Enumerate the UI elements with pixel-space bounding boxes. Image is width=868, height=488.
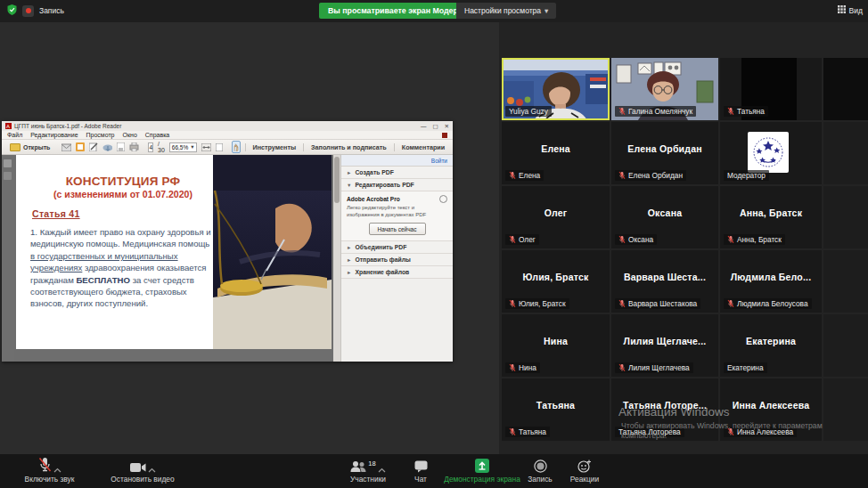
attachments-icon[interactable] [4,172,12,180]
open-button[interactable]: Открыть [7,142,53,152]
participant-label: Лилия Щеглачева [615,362,693,374]
tab-fill-sign[interactable]: Заполнить и подписать [303,143,394,151]
reactions-button[interactable]: Реакции [565,456,604,486]
participant-label: Татьяна [505,427,550,438]
participant-tile[interactable]: Нина Нина [502,314,610,377]
view-button[interactable]: Вид [838,5,863,15]
partial-tile [823,378,868,441]
participant-tile[interactable]: Олег Олег [502,186,610,248]
chat-button[interactable]: Чат [403,456,438,486]
camera-icon [130,462,146,473]
participant-tile[interactable]: Елена Орбидан Елена Орбидан [611,122,718,184]
triangle-down-icon: ▼ [347,183,351,188]
file-storage-section[interactable]: ►Хранение файлов [341,266,453,279]
convert-icon[interactable] [76,142,85,152]
participant-tile[interactable]: Юлия, Братск Юлия, Братск [502,250,610,313]
triangle-right-icon: ► [347,257,351,263]
close-button[interactable]: ✕ [445,123,449,130]
participant-name: Татьяна Лоторе... [611,400,718,411]
print-icon[interactable] [129,142,139,152]
participant-name: Елена Орбидан [611,143,718,154]
participant-name: Екатерина [720,336,822,346]
muted-mic-icon [727,299,734,308]
page-thumbnails-icon[interactable] [4,159,12,167]
chevron-up-icon[interactable] [148,468,156,473]
sign-icon[interactable] [89,142,98,152]
slide-paragraph: 1. Каждый имеет право на охрану здоровья… [30,226,213,310]
fit-width-icon[interactable] [201,142,211,152]
encryption-shield-icon[interactable] [7,4,17,17]
page-total-label: / 30 [158,141,165,153]
participant-tile[interactable]: Варвара Шеста... Варвара Шестакова [611,250,718,313]
vertical-scrollbar[interactable] [333,155,340,362]
partial-tile [823,58,868,120]
view-settings-button[interactable]: Настройки просмотра▾ [456,3,556,19]
unmute-button[interactable]: Включить звук [7,456,92,486]
zoom-level-control[interactable]: 66,5%▾ [169,142,197,152]
page-number-input[interactable]: 4 [148,142,153,152]
hand-tool-button[interactable] [232,141,241,153]
participant-tile[interactable]: Галина Омелянчук [611,58,718,120]
start-now-button[interactable]: Начать сейчас [369,223,426,235]
merge-pdf-section[interactable]: ►Объединить PDF [341,241,453,254]
participant-tile[interactable]: Елена Елена [502,122,610,184]
triangle-right-icon: ► [347,245,351,250]
cloud-download-icon[interactable] [102,142,112,152]
participant-tile[interactable]: Лилия Щеглаче... Лилия Щеглачева [611,314,718,377]
send-file-icon[interactable] [61,142,71,152]
sign-in-link[interactable]: Войти [341,155,453,167]
participant-name: Оксана [611,207,718,218]
save-icon[interactable] [117,142,125,152]
chat-icon [414,460,428,473]
scrollbar-thumb[interactable] [334,157,340,203]
share-screen-button[interactable]: Демонстрация экрана [442,456,522,486]
participant-name: Людмила Бело... [720,272,822,282]
participant-tile[interactable]: Инна Алексеева Инна Алексеева [720,378,822,441]
participant-tile[interactable]: Yuliya Guzy [502,58,610,120]
participant-tile[interactable]: Екатерина Екатерина [720,314,822,377]
menu-file[interactable]: Файл [7,132,22,138]
slide-subtitle: (с изменениями от 01.07.2020) [32,189,214,199]
acrobat-pro-title: Adobe Acrobat Pro [347,196,400,202]
bottom-toolbar: Включить звук Остановить видео 18 [0,454,868,488]
participant-tile[interactable]: Татьяна [720,58,822,120]
participant-name: Татьяна [502,400,610,411]
participant-tile[interactable]: Анна, Братск Анна, Братск [720,186,822,248]
menu-window[interactable]: Окно [123,132,137,138]
fit-page-icon[interactable] [216,142,223,152]
send-files-section[interactable]: ►Отправить файлы [341,254,453,266]
participant-tile[interactable]: Татьяна Татьяна [502,378,610,441]
reactions-icon [577,460,592,473]
participants-count: 18 [368,460,375,468]
chevron-up-icon[interactable] [53,468,61,473]
menu-help[interactable]: Справка [145,132,169,138]
mic-muted-icon [38,457,52,473]
participant-name: Нина [502,336,610,346]
participants-button[interactable]: 18 Участники [340,456,396,486]
muted-mic-icon [727,427,734,436]
justice-scales-photo [213,155,332,349]
tab-comments[interactable]: Комментарии [394,143,452,151]
window-title-bar[interactable]: A ЦГПТ июнь Братск-1.pdf - Adobe Reader … [2,121,453,131]
menu-view[interactable]: Просмотр [86,132,115,138]
stop-video-button[interactable]: Остановить видео [94,456,192,486]
record-button[interactable]: Запись [522,456,558,486]
maximize-button[interactable]: ▢ [432,123,438,130]
muted-mic-icon [618,235,626,244]
participant-tile[interactable]: Оксана Оксана [611,186,718,248]
edit-pdf-section[interactable]: ▼Редактировать PDF [341,179,453,191]
chevron-up-icon[interactable] [378,468,386,473]
create-pdf-section[interactable]: ►Создать PDF [341,167,453,179]
minimize-button[interactable]: — [421,123,427,130]
tab-tools[interactable]: Инструменты [245,143,304,151]
muted-mic-icon [509,171,516,180]
top-bar: Запись Вы просматриваете экран Модератор… [0,0,868,22]
grid-view-icon [838,5,846,15]
participant-tile[interactable]: Людмила Бело... Людмила Белоусова [720,250,822,313]
recording-indicator-icon[interactable] [22,5,34,17]
participant-tile[interactable]: Татьяна Лоторе... Татьяна Лоторева [611,378,718,441]
participant-label: Yuliya Guzy [505,106,552,118]
participant-tile[interactable]: Модератор [720,122,822,184]
menu-edit[interactable]: Редактирование [30,132,78,138]
toolbar: Открыть 4 / 30 66,5%▾ [2,140,453,155]
